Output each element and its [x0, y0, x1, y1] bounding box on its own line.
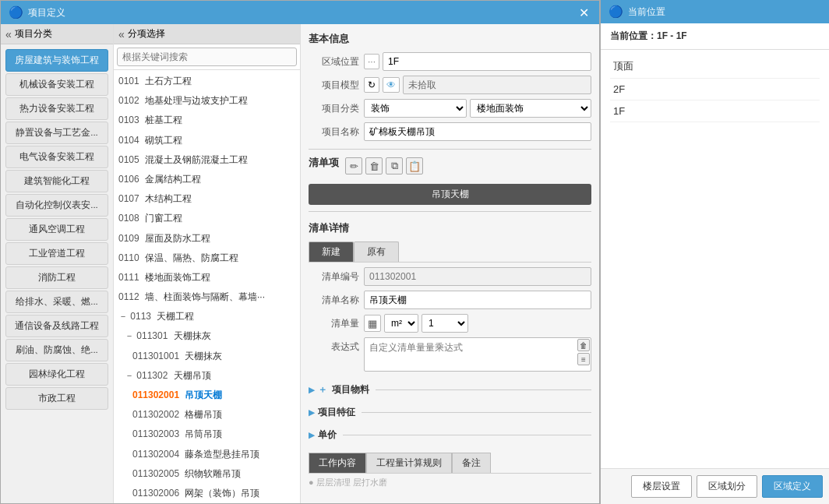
tab-new[interactable]: 新建 [309, 241, 354, 262]
paste-icon[interactable]: 📋 [406, 157, 423, 174]
pos-item-ceiling[interactable]: 顶面 [610, 55, 820, 79]
bill-code-input [364, 267, 591, 286]
bottom-tabs: 工作内容 工程量计算规则 备注 [309, 453, 591, 474]
bill-name-input[interactable] [364, 291, 591, 309]
eye-icon[interactable]: 👁 [383, 77, 400, 93]
bottom-tab-calc[interactable]: 工程量计算规则 [366, 453, 452, 473]
bill-name-row: 清单名称 [309, 291, 591, 309]
tree-item-011302004[interactable]: 011302004 藤条造型悬挂吊顶 [114, 445, 300, 464]
sub-chevron-left-icon[interactable]: « [118, 28, 125, 41]
cat-btn-elec[interactable]: 电气设备安装工程 [5, 146, 108, 168]
tree-item-0104[interactable]: 0104 砌筑工程 [114, 131, 300, 150]
tree-item-011301001[interactable]: 011301001 天棚抹灰 [114, 347, 300, 366]
formula-textarea[interactable] [364, 337, 591, 372]
tree-item-011302002[interactable]: 011302002 格栅吊顶 [114, 405, 300, 425]
cat-btn-comm[interactable]: 通信设备及线路工程 [5, 315, 108, 337]
categories-header: « 项目分类 [1, 24, 113, 44]
cat-btn-water[interactable]: 给排水、采暖、燃... [5, 291, 108, 313]
formula-label: 表达式 [309, 340, 359, 354]
tree-item-0101[interactable]: 0101 土石方工程 [114, 72, 300, 91]
cat-btn-auto[interactable]: 自动化控制仪表安... [5, 194, 108, 217]
bill-details-tabs: 新建 原有 [309, 241, 591, 263]
dialog-body: « 项目分类 房屋建筑与装饰工程 机械设备安装工程 热力设备安装工程 静置设备与… [1, 24, 599, 503]
zone-definition-button[interactable]: 区域定义 [762, 475, 823, 498]
tree-group-011302[interactable]: － 011302 天棚吊顶 [114, 366, 300, 386]
cat-btn-smart[interactable]: 建筑智能化工程 [5, 170, 108, 192]
tree-group-011301[interactable]: － 011301 天棚抹灰 [114, 326, 300, 346]
cat-btn-garden[interactable]: 园林绿化工程 [5, 363, 108, 386]
cat-btn-house[interactable]: 房屋建筑与装饰工程 [5, 49, 108, 72]
pos-header-icon: 🔵 [609, 5, 623, 19]
tree-item-0107[interactable]: 0107 木结构工程 [114, 189, 300, 209]
tree-item-0102[interactable]: 0102 地基处理与边坡支护工程 [114, 91, 300, 111]
project-categories: « 项目分类 房屋建筑与装饰工程 机械设备安装工程 热力设备安装工程 静置设备与… [1, 24, 114, 503]
class2-select[interactable]: 楼地面装饰 [470, 99, 591, 118]
pos-item-1f[interactable]: 1F [610, 100, 820, 122]
cat-btn-fire[interactable]: 消防工程 [5, 266, 108, 289]
pos-header-title: 当前位置 [628, 5, 665, 19]
tree-item-0108[interactable]: 0108 门窗工程 [114, 209, 300, 228]
cat-btn-hvac[interactable]: 通风空调工程 [5, 218, 108, 241]
cat-btn-heat[interactable]: 热力设备安装工程 [5, 97, 108, 120]
quantity-value-select[interactable]: 1 [422, 314, 468, 333]
section-feature[interactable]: ▶ 项目特征 [309, 406, 591, 419]
tree-item-0111[interactable]: 0111 楼地面装饰工程 [114, 268, 300, 287]
cat-btn-pipe[interactable]: 工业管道工程 [5, 242, 108, 265]
quantity-unit-select[interactable]: m² [384, 314, 418, 333]
tree-item-011302003[interactable]: 011302003 吊筒吊顶 [114, 425, 300, 444]
model-label: 项目模型 [309, 79, 359, 92]
cat-btn-mech[interactable]: 机械设备安装工程 [5, 73, 108, 96]
dialog-icon: 🔵 [9, 5, 23, 19]
tree-item-0110[interactable]: 0110 保温、隔热、防腐工程 [114, 248, 300, 268]
area-input[interactable] [383, 52, 591, 71]
formula-row: 表达式 🗑 ≡ [309, 337, 591, 374]
pos-header: 🔵 当前位置 [601, 0, 829, 23]
formula-icons: 🗑 ≡ [577, 339, 590, 365]
tree-item-0103[interactable]: 0103 桩基工程 [114, 111, 300, 130]
tree-item-0106[interactable]: 0106 金属结构工程 [114, 170, 300, 189]
tree-item-011302006[interactable]: 011302006 网架（装饰）吊顶 [114, 484, 300, 503]
bottom-tab-note[interactable]: 备注 [452, 453, 491, 473]
area-dots[interactable]: ··· [364, 54, 379, 69]
chevron-left-icon[interactable]: « [5, 28, 12, 41]
class-label: 项目分类 [309, 102, 359, 115]
refresh-icon[interactable]: ↻ [364, 77, 379, 93]
section-price[interactable]: ▶ 单价 [309, 428, 591, 442]
tree-group-0113[interactable]: － 0113 天棚工程 [114, 307, 300, 326]
bill-button[interactable]: 吊顶天棚 [309, 184, 591, 205]
formula-edit-icon[interactable]: ≡ [577, 353, 590, 365]
tree-item-0112[interactable]: 0112 墙、柱面装饰与隔断、幕墙··· [114, 287, 300, 307]
tree-item-0105[interactable]: 0105 混凝土及钢筋混凝土工程 [114, 150, 300, 170]
copy-icon[interactable]: ⧉ [386, 157, 403, 174]
delete-icon[interactable]: 🗑 [365, 157, 383, 174]
floor-settings-button[interactable]: 楼层设置 [631, 475, 692, 498]
quantity-icon1[interactable]: ▦ [364, 315, 381, 332]
pos-item-2f[interactable]: 2F [610, 79, 820, 100]
close-icon[interactable]: ✕ [576, 5, 591, 20]
tree-item-011302001[interactable]: 011302001 吊顶天棚 [114, 386, 300, 405]
tab-existing[interactable]: 原有 [354, 241, 399, 262]
class1-select[interactable]: 装饰 [364, 99, 467, 118]
bottom-tab-work[interactable]: 工作内容 [309, 453, 366, 473]
section-price-label: 单价 [318, 428, 337, 442]
zone-division-button[interactable]: 区域划分 [697, 475, 757, 498]
search-input[interactable] [117, 48, 297, 66]
dialog-header-left: 🔵 项目定义 [9, 5, 65, 19]
bill-name-label: 清单名称 [309, 294, 359, 307]
tree-item-0109[interactable]: 0109 屋面及防水工程 [114, 229, 300, 248]
area-group: ··· [364, 52, 591, 71]
bill-toolbar: ✏ 🗑 ⧉ 📋 [345, 157, 423, 174]
name-input[interactable] [364, 122, 591, 141]
pos-current-label: 当前位置：1F - 1F [610, 30, 687, 41]
cat-btn-paint[interactable]: 刷油、防腐蚀、绝... [5, 339, 108, 361]
section-feature-line [362, 412, 591, 413]
cat-btn-civil[interactable]: 市政工程 [5, 387, 108, 410]
name-label: 项目名称 [309, 125, 359, 139]
edit-icon[interactable]: ✏ [345, 157, 362, 174]
dialog-title: 项目定义 [28, 6, 65, 19]
cat-btn-static[interactable]: 静置设备与工艺金... [5, 122, 108, 144]
section-material-plus[interactable]: ＋ [318, 383, 327, 397]
tree-item-011302005[interactable]: 011302005 织物软雕吊顶 [114, 464, 300, 484]
section-material[interactable]: ▶ ＋ 项目物料 [309, 383, 591, 397]
formula-delete-icon[interactable]: 🗑 [577, 339, 590, 351]
